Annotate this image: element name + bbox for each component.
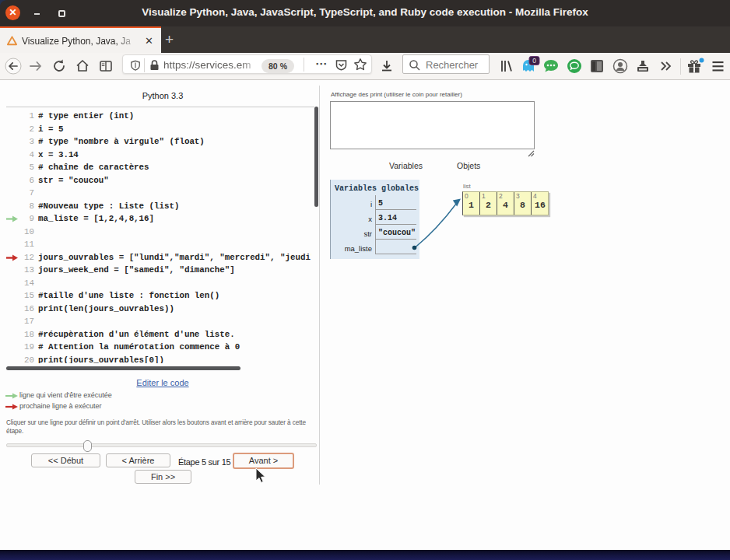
svg-text:0: 0 xyxy=(532,57,536,65)
